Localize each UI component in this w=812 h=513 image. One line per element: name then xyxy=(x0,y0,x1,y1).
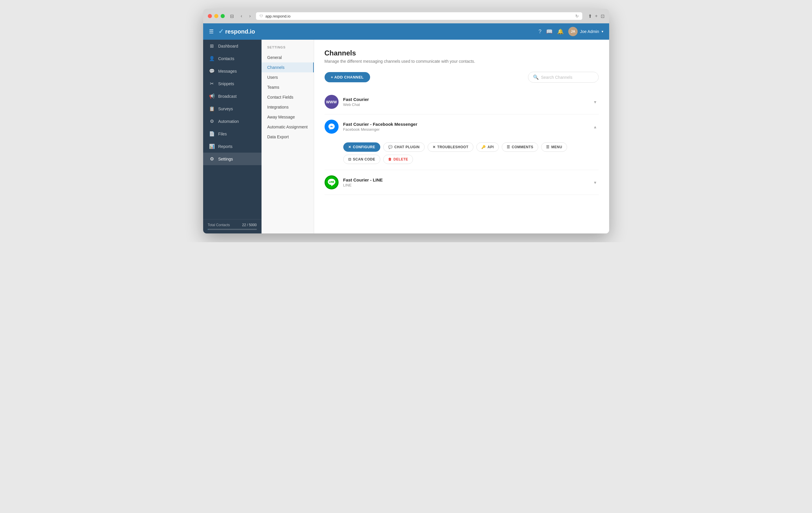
line-avatar xyxy=(325,175,339,189)
new-tab-button[interactable]: + xyxy=(595,13,598,19)
traffic-lights[interactable] xyxy=(208,14,225,18)
main-area: ⊞ Dashboard 👤 Contacts 💬 Messages ✂ Snip… xyxy=(203,40,609,234)
settings-nav-users[interactable]: Users xyxy=(262,72,314,82)
tabs-button[interactable]: ⊡ xyxy=(601,13,605,19)
channels-toolbar: + ADD CHANNEL 🔍 xyxy=(325,72,599,83)
sidebar-item-label: Snippets xyxy=(218,82,234,86)
sidebar-item-files[interactable]: 📄 Files xyxy=(203,127,262,140)
troubleshoot-icon: ✕ xyxy=(433,145,436,149)
snippets-icon: ✂ xyxy=(209,81,215,86)
chat-plugin-label: CHAT PLUGIN xyxy=(394,145,420,149)
maximize-button[interactable] xyxy=(221,14,225,18)
total-contacts-value: 22 / 5000 xyxy=(242,223,257,227)
menu-label: MENU xyxy=(551,145,562,149)
sidebar-item-label: Contacts xyxy=(218,56,234,61)
settings-nav-away-message[interactable]: Away Message xyxy=(262,112,314,122)
settings-nav-contact-fields[interactable]: Contact Fields xyxy=(262,92,314,102)
avatar: JA xyxy=(568,27,578,36)
scan-code-icon: ⊡ xyxy=(348,157,351,161)
page-subtitle: Manage the different messaging channels … xyxy=(325,59,599,64)
channel-expand-line[interactable]: ▾ xyxy=(591,179,599,186)
search-input[interactable] xyxy=(541,75,594,80)
top-nav-right: ? 📖 🔔 JA Joe Admin ▾ xyxy=(539,27,603,36)
page-title: Channels xyxy=(325,49,599,57)
scan-code-button[interactable]: ⊡ SCAN CODE xyxy=(343,155,380,164)
sidebar-item-contacts[interactable]: 👤 Contacts xyxy=(203,52,262,65)
settings-nav-data-export[interactable]: Data Export xyxy=(262,132,314,142)
address-bar: 🛡 app.respond.io ↻ xyxy=(256,12,582,20)
channel-expand-webchat[interactable]: ▾ xyxy=(591,98,599,106)
channel-info-webchat: Fast Courier Web Chat xyxy=(343,97,591,107)
sidebar-item-reports[interactable]: 📊 Reports xyxy=(203,140,262,153)
delete-button[interactable]: 🗑 DELETE xyxy=(383,155,413,164)
comments-icon: ☰ xyxy=(507,145,510,149)
channel-actions-messenger: ✕ CONFIGURE 💬 CHAT PLUGIN ✕ TROUBLESHOOT xyxy=(325,139,599,170)
settings-nav-general[interactable]: General xyxy=(262,53,314,62)
channel-info-line: Fast Courier - LINE LINE xyxy=(343,177,591,187)
logo-text: respond.io xyxy=(225,28,255,35)
user-name: Joe Admin xyxy=(580,29,599,34)
sidebar-item-label: Dashboard xyxy=(218,44,238,49)
files-icon: 📄 xyxy=(209,131,215,137)
url-text: app.respond.io xyxy=(265,14,290,19)
api-icon: 🔑 xyxy=(481,145,486,149)
close-button[interactable] xyxy=(208,14,212,18)
messages-icon: 💬 xyxy=(209,68,215,74)
settings-nav-integrations[interactable]: Integrations xyxy=(262,102,314,112)
settings-nav-channels[interactable]: Channels xyxy=(262,62,314,72)
sidebar-item-messages[interactable]: 💬 Messages xyxy=(203,65,262,77)
channel-type-line: LINE xyxy=(343,183,591,187)
sidebar: ⊞ Dashboard 👤 Contacts 💬 Messages ✂ Snip… xyxy=(203,40,262,234)
channel-type-webchat: Web Chat xyxy=(343,102,591,107)
sidebar-item-label: Surveys xyxy=(218,107,233,111)
channel-list: WWW Fast Courier Web Chat ▾ xyxy=(325,90,599,195)
forward-button[interactable]: › xyxy=(248,13,253,19)
settings-nav-teams[interactable]: Teams xyxy=(262,82,314,92)
troubleshoot-button[interactable]: ✕ TROUBLESHOOT xyxy=(428,142,473,152)
add-channel-button[interactable]: + ADD CHANNEL xyxy=(325,72,370,82)
settings-sidebar: SETTINGS General Channels Users Teams Co… xyxy=(262,40,314,234)
automation-icon: ⚙ xyxy=(209,118,215,124)
back-button[interactable]: ‹ xyxy=(239,13,244,19)
channel-info-messenger: Fast Courier - Facebook Messenger Facebo… xyxy=(343,122,591,131)
channel-expand-messenger[interactable]: ▴ xyxy=(591,123,599,131)
refresh-icon[interactable]: ↻ xyxy=(575,14,579,19)
sidebar-item-label: Settings xyxy=(218,157,233,161)
contacts-progress-bar xyxy=(208,229,257,230)
sidebar-item-broadcast[interactable]: 📢 Broadcast xyxy=(203,90,262,102)
total-contacts-label: Total Contacts xyxy=(208,223,230,227)
sidebar-item-label: Reports xyxy=(218,144,233,149)
minimize-button[interactable] xyxy=(214,14,218,18)
channel-header-webchat[interactable]: WWW Fast Courier Web Chat ▾ xyxy=(325,90,599,114)
api-button[interactable]: 🔑 API xyxy=(476,142,499,152)
sidebar-toggle-button[interactable]: ⊟ xyxy=(228,13,236,20)
sidebar-item-automation[interactable]: ⚙ Automation xyxy=(203,115,262,127)
menu-button[interactable]: ☰ MENU xyxy=(541,142,567,152)
channel-item-webchat: WWW Fast Courier Web Chat ▾ xyxy=(325,90,599,114)
configure-label: CONFIGURE xyxy=(353,145,375,149)
delete-label: DELETE xyxy=(394,157,408,161)
search-icon: 🔍 xyxy=(533,74,539,80)
sidebar-item-surveys[interactable]: 📋 Surveys xyxy=(203,102,262,115)
notifications-button[interactable]: 🔔 xyxy=(557,28,563,35)
content-area: Channels Manage the different messaging … xyxy=(314,40,609,234)
channel-name-line: Fast Courier - LINE xyxy=(343,177,591,182)
comments-button[interactable]: ☰ COMMENTS xyxy=(502,142,539,152)
user-menu[interactable]: JA Joe Admin ▾ xyxy=(568,27,603,36)
messenger-avatar xyxy=(325,120,339,134)
sidebar-item-dashboard[interactable]: ⊞ Dashboard xyxy=(203,40,262,52)
settings-nav-automatic-assignment[interactable]: Automatic Assignment xyxy=(262,122,314,132)
channel-header-messenger[interactable]: Fast Courier - Facebook Messenger Facebo… xyxy=(325,114,599,139)
help-button[interactable]: ? xyxy=(539,29,542,35)
channel-header-line[interactable]: Fast Courier - LINE LINE ▾ xyxy=(325,170,599,194)
configure-button[interactable]: ✕ CONFIGURE xyxy=(343,142,380,152)
logo-check-icon: ✓ xyxy=(218,28,224,35)
sidebar-item-settings[interactable]: ⚙ Settings xyxy=(203,153,262,165)
sidebar-item-snippets[interactable]: ✂ Snippets xyxy=(203,77,262,90)
hamburger-button[interactable]: ☰ xyxy=(209,28,214,35)
docs-button[interactable]: 📖 xyxy=(546,28,553,35)
chat-plugin-button[interactable]: 💬 CHAT PLUGIN xyxy=(383,142,425,152)
share-button[interactable]: ⬆ xyxy=(588,13,592,19)
dashboard-icon: ⊞ xyxy=(209,43,215,49)
configure-icon: ✕ xyxy=(348,145,351,149)
